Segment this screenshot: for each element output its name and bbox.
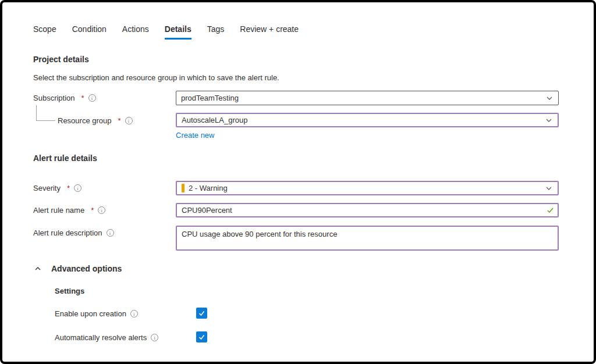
required-asterisk: * bbox=[67, 184, 70, 192]
valid-check-icon bbox=[547, 206, 554, 214]
advanced-options-label: Advanced options bbox=[51, 264, 122, 273]
required-asterisk: * bbox=[91, 206, 94, 215]
alert-rule-description-label-text: Alert rule description bbox=[33, 229, 102, 237]
settings-heading: Settings bbox=[55, 287, 84, 295]
info-icon[interactable] bbox=[74, 184, 81, 192]
enable-upon-creation-checkbox[interactable] bbox=[196, 308, 207, 319]
chevron-down-icon[interactable] bbox=[545, 184, 553, 192]
checkmark-icon bbox=[198, 309, 205, 317]
tab-details[interactable]: Details bbox=[165, 24, 191, 40]
info-icon[interactable] bbox=[151, 334, 158, 341]
chevron-down-icon[interactable] bbox=[545, 116, 553, 124]
alert-rule-description-label: Alert rule description bbox=[33, 226, 114, 240]
info-icon[interactable] bbox=[125, 117, 133, 124]
alert-rule-name-label-text: Alert rule name bbox=[33, 206, 84, 215]
subscription-value: prodTeamTesting bbox=[181, 94, 545, 102]
enable-upon-creation-label-text: Enable upon creation bbox=[55, 309, 126, 318]
severity-label: Severity* bbox=[33, 181, 81, 195]
severity-value: 2 - Warning bbox=[189, 184, 545, 192]
automatically-resolve-alerts-label: Automatically resolve alerts bbox=[55, 332, 158, 343]
checkmark-icon bbox=[198, 333, 205, 341]
chevron-down-icon[interactable] bbox=[545, 94, 554, 102]
create-new-link[interactable]: Create new bbox=[176, 131, 214, 140]
resource-group-label: Resource group* bbox=[58, 113, 133, 128]
info-icon[interactable] bbox=[107, 229, 114, 237]
resource-group-value: AutoscaleLA_group bbox=[182, 116, 545, 124]
info-icon[interactable] bbox=[98, 206, 105, 214]
required-asterisk: * bbox=[118, 116, 121, 125]
project-details-description: Select the subscription and resource gro… bbox=[33, 73, 279, 82]
wizard-tabs: Scope Condition Actions Details Tags Rev… bbox=[33, 24, 299, 40]
subscription-dropdown[interactable]: prodTeamTesting bbox=[176, 91, 559, 105]
info-icon[interactable] bbox=[88, 94, 96, 102]
automatically-resolve-alerts-label-text: Automatically resolve alerts bbox=[55, 333, 147, 342]
severity-label-text: Severity bbox=[33, 184, 61, 192]
tab-condition[interactable]: Condition bbox=[72, 24, 107, 40]
alert-rule-details-page: Scope Condition Actions Details Tags Rev… bbox=[0, 0, 596, 364]
tab-actions[interactable]: Actions bbox=[122, 24, 149, 40]
tab-review-create[interactable]: Review + create bbox=[240, 24, 299, 40]
alert-rule-description-textarea[interactable]: CPU usage above 90 percent for this reso… bbox=[176, 226, 559, 251]
resource-group-label-text: Resource group bbox=[58, 116, 112, 125]
subscription-label: Subscription* bbox=[33, 91, 96, 105]
subscription-label-text: Subscription bbox=[33, 94, 75, 102]
alert-rule-name-field-wrap bbox=[176, 203, 559, 217]
automatically-resolve-alerts-checkbox[interactable] bbox=[196, 331, 207, 342]
alert-rule-details-heading: Alert rule details bbox=[33, 154, 97, 163]
info-icon[interactable] bbox=[130, 310, 138, 317]
subscription-resource-connector bbox=[36, 105, 55, 121]
severity-color-bar-icon bbox=[182, 184, 185, 192]
required-asterisk: * bbox=[81, 94, 84, 102]
severity-dropdown[interactable]: 2 - Warning bbox=[176, 181, 559, 195]
project-details-heading: Project details bbox=[33, 55, 89, 64]
enable-upon-creation-label: Enable upon creation bbox=[55, 308, 138, 319]
tab-scope[interactable]: Scope bbox=[33, 24, 56, 40]
tab-tags[interactable]: Tags bbox=[207, 24, 225, 40]
alert-rule-name-input[interactable] bbox=[176, 203, 559, 217]
chevron-up-icon[interactable] bbox=[34, 265, 42, 273]
resource-group-dropdown[interactable]: AutoscaleLA_group bbox=[176, 113, 559, 127]
advanced-options-toggle[interactable]: Advanced options bbox=[34, 264, 122, 273]
alert-rule-name-label: Alert rule name* bbox=[33, 203, 105, 217]
